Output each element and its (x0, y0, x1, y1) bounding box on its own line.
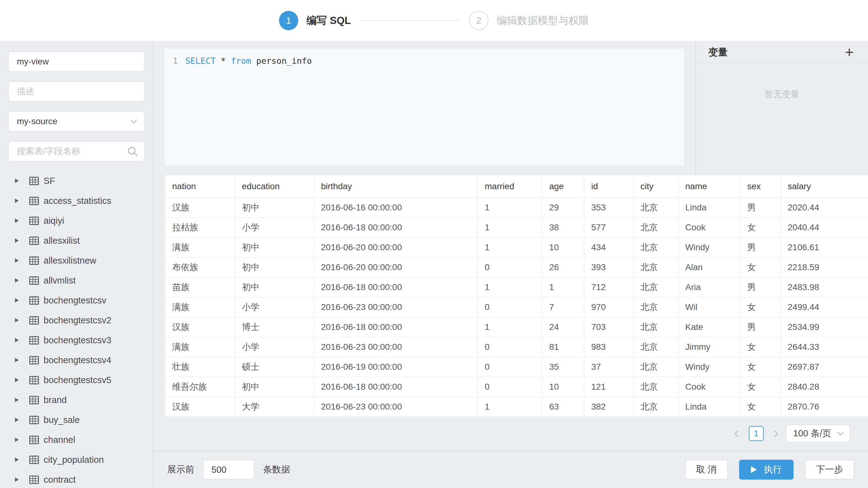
next-page-icon[interactable] (771, 430, 778, 437)
cell-birthday: 2016-06-20 00:00:00 (314, 237, 478, 257)
caret-right-icon (15, 457, 19, 462)
cell-age: 63 (542, 397, 584, 417)
tree-item-table[interactable]: aiqiyi (0, 211, 153, 231)
cell-married: 1 (478, 397, 542, 417)
column-header[interactable]: married (478, 175, 542, 198)
step-2-label: 编辑数据模型与权限 (497, 14, 589, 28)
tree-item-table[interactable]: bochengtestcsv3 (0, 330, 153, 350)
cell-sex: 女 (740, 297, 781, 317)
column-header[interactable]: sex (740, 175, 781, 198)
table-search-input[interactable] (8, 141, 145, 162)
play-icon (751, 466, 757, 473)
caret-right-icon (15, 178, 19, 183)
cell-city: 北京 (633, 297, 678, 317)
column-header[interactable]: education (235, 175, 314, 198)
table-row: 维吾尔族 初中 2016-06-18 00:00:00 0 10 121 北京 … (165, 377, 868, 397)
table-grid-icon (29, 456, 39, 464)
datasource-select[interactable]: my-source (8, 111, 145, 132)
step-2-badge: 2 (469, 11, 489, 30)
add-variable-icon[interactable]: + (845, 45, 854, 60)
table-grid-icon (29, 177, 39, 185)
cell-id: 703 (584, 317, 633, 337)
column-header[interactable]: nation (165, 175, 235, 198)
tree-item-table[interactable]: SF (0, 171, 153, 191)
sql-keyword-select: SELECT (185, 56, 216, 66)
cell-nation: 苗族 (165, 277, 235, 297)
cell-id: 393 (584, 257, 633, 277)
cell-birthday: 2016-06-23 00:00:00 (314, 297, 478, 317)
prev-page-icon[interactable] (734, 430, 741, 437)
tree-item-table[interactable]: channel (0, 430, 153, 450)
tree-item-table[interactable]: bochengtestcsv2 (0, 310, 153, 330)
column-header[interactable]: id (584, 175, 633, 198)
cell-sex: 女 (740, 257, 781, 277)
sql-editor[interactable]: 1SELECT * from person_info (164, 48, 685, 166)
run-button[interactable]: 执行 (739, 460, 794, 480)
view-name-input[interactable] (8, 51, 145, 72)
cell-sex: 男 (740, 237, 781, 257)
pagination: 1 100 条/页 (154, 417, 868, 450)
table-row: 满族 小学 2016-06-23 00:00:00 0 81 983 北京 Ji… (165, 337, 868, 357)
row-limit-input[interactable] (203, 460, 254, 480)
tree-item-table[interactable]: allesxilist (0, 231, 153, 251)
tree-item-table[interactable]: allvmlist (0, 270, 153, 290)
search-icon (128, 147, 135, 154)
cell-city: 北京 (633, 237, 678, 257)
cell-id: 121 (584, 377, 633, 397)
tree-item-table[interactable]: buy_sale (0, 410, 153, 430)
table-grid-icon (29, 217, 39, 225)
caret-right-icon (15, 278, 19, 283)
cell-salary: 2020.44 (781, 198, 868, 218)
steps-indicator: 1 编写 SQL 2 编辑数据模型与权限 (279, 11, 589, 30)
tree-item-table[interactable]: contract (0, 469, 153, 488)
cell-married: 0 (478, 357, 542, 377)
cell-married: 0 (478, 377, 542, 397)
table-row: 汉族 博士 2016-06-18 00:00:00 1 24 703 北京 Ka… (165, 317, 868, 337)
cell-age: 26 (542, 257, 584, 277)
page-size-select[interactable]: 100 条/页 (786, 424, 850, 443)
caret-right-icon (15, 199, 19, 203)
step-1-write-sql[interactable]: 1 编写 SQL (279, 11, 351, 30)
cell-city: 北京 (633, 377, 678, 397)
table-row: 满族 初中 2016-06-20 00:00:00 1 10 434 北京 Wi… (165, 237, 868, 257)
cell-age: 7 (542, 297, 584, 317)
tree-item-label: bochengtestcsv5 (43, 375, 112, 385)
table-grid-icon (29, 356, 39, 364)
table-row: 布依族 初中 2016-06-20 00:00:00 0 26 393 北京 A… (165, 257, 868, 277)
cell-sex: 女 (740, 377, 781, 397)
table-row: 拉枯族 小学 2016-06-18 00:00:00 1 38 577 北京 C… (165, 218, 868, 237)
column-header[interactable]: salary (781, 175, 868, 198)
cell-id: 983 (584, 337, 633, 357)
step-2-edit-model[interactable]: 2 编辑数据模型与权限 (469, 11, 589, 30)
tree-item-table[interactable]: bochengtestcsv4 (0, 350, 153, 370)
cell-nation: 汉族 (165, 317, 235, 337)
variables-empty-text: 暂无变量 (696, 88, 868, 100)
datasource-selected-value: my-source (17, 117, 58, 126)
column-header[interactable]: age (542, 175, 584, 198)
cell-age: 24 (542, 317, 584, 337)
next-step-button[interactable]: 下一步 (805, 460, 854, 480)
cell-city: 北京 (633, 317, 678, 337)
current-page-button[interactable]: 1 (749, 426, 764, 441)
tree-item-table[interactable]: bochengtestcsv5 (0, 370, 153, 390)
table-row: 壮族 硕士 2016-06-19 00:00:00 0 35 37 北京 Win… (165, 357, 868, 377)
table-row: 苗族 初中 2016-06-18 00:00:00 1 1 712 北京 Ari… (165, 277, 868, 297)
column-header[interactable]: birthday (314, 175, 478, 198)
cell-birthday: 2016-06-19 00:00:00 (314, 357, 478, 377)
tree-item-table[interactable]: allesxilistnew (0, 251, 153, 270)
tree-item-table[interactable]: bochengtestcsv (0, 290, 153, 310)
cell-education: 小学 (235, 297, 314, 317)
description-input[interactable] (8, 81, 145, 102)
chevron-down-icon (837, 429, 844, 435)
tree-item-table[interactable]: city_population (0, 450, 153, 469)
tree-item-label: access_statistics (43, 196, 112, 206)
column-header[interactable]: city (633, 175, 678, 198)
cell-sex: 男 (740, 317, 781, 337)
cell-married: 1 (478, 218, 542, 237)
cancel-button[interactable]: 取 消 (685, 460, 728, 480)
column-header[interactable]: name (678, 175, 740, 198)
tree-item-table[interactable]: access_statistics (0, 191, 153, 211)
step-1-badge: 1 (279, 11, 298, 30)
tree-item-table[interactable]: brand (0, 390, 153, 410)
table-grid-icon (29, 396, 39, 404)
